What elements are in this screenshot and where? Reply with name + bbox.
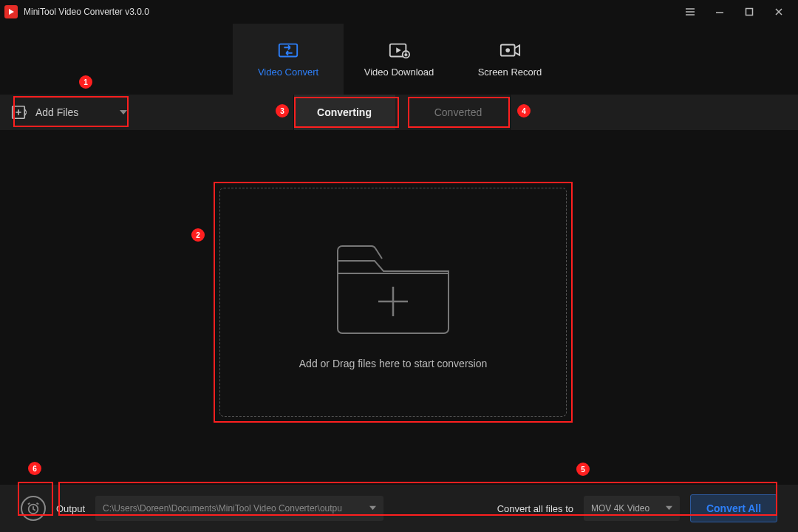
minimize-button[interactable]	[705, 0, 734, 24]
bottombar: Output C:\Users\Doreen\Documents\MiniToo…	[0, 485, 798, 532]
hamburger-icon	[685, 7, 695, 17]
svg-marker-0	[9, 9, 14, 15]
folder-add-icon	[330, 235, 456, 338]
toolbar: Add Files Converting Converted	[0, 95, 798, 130]
nav-screen-record[interactable]: Screen Record	[454, 24, 565, 95]
app-logo	[4, 5, 18, 18]
tab-label: Converting	[317, 106, 372, 118]
nav-label: Video Convert	[258, 66, 318, 78]
convert-all-label: Convert all files to	[497, 503, 573, 514]
svg-marker-12	[666, 506, 672, 510]
nav-video-convert[interactable]: Video Convert	[233, 24, 344, 95]
output-path-select[interactable]: C:\Users\Doreen\Documents\MiniTool Video…	[95, 496, 383, 521]
app-title: MiniTool Video Converter v3.0.0	[24, 7, 149, 17]
svg-marker-9	[120, 110, 127, 115]
chevron-down-icon	[369, 503, 376, 514]
svg-rect-1	[746, 9, 753, 16]
close-button[interactable]	[764, 0, 794, 24]
record-icon	[499, 41, 521, 59]
nav-label: Video Download	[364, 66, 434, 78]
chevron-down-icon	[666, 503, 672, 514]
minimize-icon	[715, 7, 725, 17]
tab-converted[interactable]: Converted	[407, 95, 509, 130]
menu-button[interactable]	[675, 0, 705, 24]
schedule-button[interactable]	[21, 496, 46, 521]
format-value: MOV 4K Video	[591, 503, 658, 514]
dropzone-text: Add or Drag files here to start conversi…	[299, 358, 487, 369]
download-icon	[388, 41, 410, 59]
maximize-icon	[744, 7, 754, 17]
format-select[interactable]: MOV 4K Video	[584, 496, 680, 521]
close-icon	[774, 7, 784, 17]
svg-marker-4	[396, 47, 401, 53]
titlebar: MiniTool Video Converter v3.0.0	[0, 0, 798, 24]
clock-icon	[27, 502, 40, 515]
play-icon	[7, 8, 15, 16]
nav-label: Screen Record	[478, 66, 542, 78]
svg-marker-11	[369, 506, 376, 510]
add-files-button[interactable]: Add Files	[0, 95, 142, 130]
chevron-down-icon	[120, 106, 127, 118]
convert-all-button[interactable]: Convert All	[690, 494, 777, 522]
add-files-label: Add Files	[35, 106, 78, 118]
convert-icon	[277, 41, 299, 59]
svg-point-7	[505, 48, 510, 52]
stage: Add or Drag files here to start conversi…	[0, 130, 798, 485]
tab-label: Converted	[434, 106, 482, 118]
output-label: Output	[56, 503, 85, 514]
tab-converting[interactable]: Converting	[293, 95, 395, 130]
main-nav: Video Convert Video Download Screen Reco…	[0, 24, 798, 95]
dropzone-wrapper: Add or Drag files here to start conversi…	[214, 182, 573, 423]
output-path-value: C:\Users\Doreen\Documents\MiniTool Video…	[103, 503, 362, 514]
add-file-icon	[10, 104, 27, 120]
dropzone[interactable]: Add or Drag files here to start conversi…	[219, 188, 567, 417]
nav-video-download[interactable]: Video Download	[344, 24, 454, 95]
convert-all-button-label: Convert All	[706, 502, 761, 514]
maximize-button[interactable]	[734, 0, 764, 24]
